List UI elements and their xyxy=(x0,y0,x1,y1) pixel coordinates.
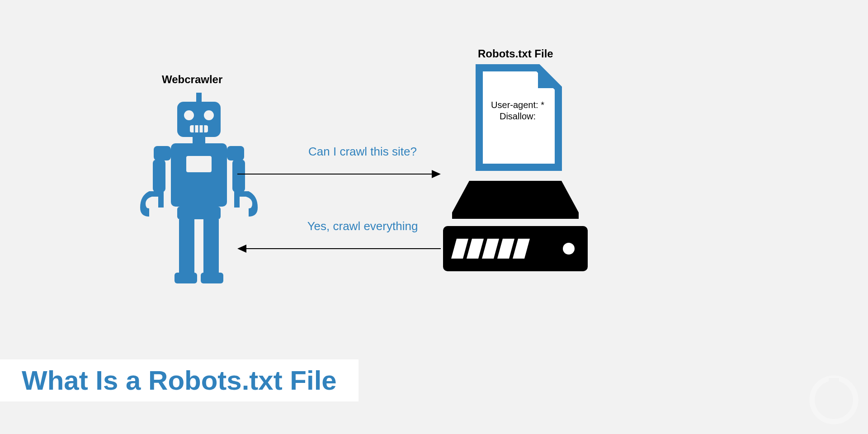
webcrawler-label: Webcrawler xyxy=(162,73,222,86)
svg-marker-21 xyxy=(432,170,441,178)
svg-rect-5 xyxy=(227,146,244,160)
svg-rect-10 xyxy=(203,219,219,274)
svg-marker-24 xyxy=(452,181,579,212)
robot-icon xyxy=(136,93,262,287)
arrow-right-icon xyxy=(237,167,441,181)
svg-point-14 xyxy=(204,110,214,120)
svg-point-32 xyxy=(563,243,575,255)
svg-rect-35 xyxy=(829,378,839,385)
svg-rect-19 xyxy=(186,156,212,172)
svg-point-13 xyxy=(184,110,194,120)
svg-rect-3 xyxy=(171,143,227,207)
svg-rect-12 xyxy=(201,273,223,283)
page-title: What Is a Robots.txt File xyxy=(22,365,337,396)
answer-text: Yes, crawl everything xyxy=(283,219,442,233)
file-content: User-agent: * Disallow: xyxy=(484,99,552,122)
svg-rect-25 xyxy=(452,212,579,219)
server-icon xyxy=(443,181,588,280)
file-line-2: Disallow: xyxy=(500,111,536,121)
svg-rect-4 xyxy=(154,146,171,160)
svg-rect-11 xyxy=(175,273,197,283)
title-box: What Is a Robots.txt File xyxy=(0,359,359,401)
svg-rect-0 xyxy=(196,93,202,103)
svg-marker-23 xyxy=(237,245,246,253)
arrow-left-icon xyxy=(237,242,441,255)
file-line-1: User-agent: * xyxy=(491,100,544,110)
question-text: Can I crawl this site? xyxy=(283,145,442,159)
svg-rect-2 xyxy=(193,137,205,143)
watermark-icon xyxy=(808,374,860,426)
svg-rect-8 xyxy=(177,207,221,219)
robots-file-label: Robots.txt File xyxy=(478,47,553,60)
svg-rect-6 xyxy=(153,160,165,192)
svg-rect-9 xyxy=(179,219,194,274)
